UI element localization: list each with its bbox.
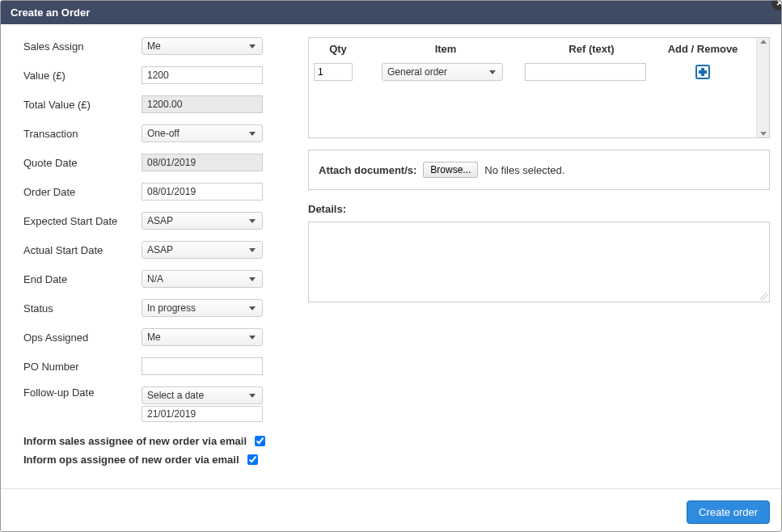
order-date-label: Order Date xyxy=(23,186,142,198)
quote-date-display xyxy=(142,154,263,171)
qty-input[interactable] xyxy=(314,63,353,81)
expected-start-select[interactable]: ASAP xyxy=(142,212,263,230)
dialog-title: Create an Order xyxy=(1,1,781,24)
followup-select[interactable]: Select a date xyxy=(142,386,263,404)
po-number-input[interactable] xyxy=(142,357,263,375)
ops-assigned-select[interactable]: Me xyxy=(142,328,263,346)
transaction-select[interactable]: One-off xyxy=(142,125,263,142)
end-date-select[interactable]: N/A xyxy=(142,270,263,288)
transaction-label: Transaction xyxy=(23,128,142,140)
actual-start-select[interactable]: ASAP xyxy=(142,241,263,259)
browse-button[interactable]: Browse... xyxy=(423,162,478,178)
scroll-up-icon[interactable] xyxy=(760,40,767,44)
item-select[interactable]: General order xyxy=(382,63,503,81)
plus-icon[interactable] xyxy=(695,65,710,79)
inform-sales-checkbox[interactable] xyxy=(255,436,265,446)
resize-handle-icon[interactable] xyxy=(760,293,768,301)
header-qty: Qty xyxy=(314,43,362,55)
grid-scrollbar[interactable] xyxy=(756,38,769,137)
value-label: Value (£) xyxy=(23,70,142,82)
expected-start-label: Expected Start Date xyxy=(23,215,142,227)
status-label: Status xyxy=(23,302,142,315)
sales-assign-label: Sales Assign xyxy=(23,40,142,53)
ref-input[interactable] xyxy=(525,63,646,81)
details-label: Details: xyxy=(308,203,770,215)
quote-date-label: Quote Date xyxy=(23,157,142,169)
right-column: Qty Item Ref (text) Add / Remove General… xyxy=(308,37,770,467)
po-number-label: PO Number xyxy=(23,361,142,373)
followup-label: Follow-up Date xyxy=(23,386,142,399)
create-order-button[interactable]: Create order xyxy=(687,500,770,524)
sales-assign-select[interactable]: Me xyxy=(142,37,263,55)
end-date-label: End Date xyxy=(23,273,142,285)
header-item: Item xyxy=(362,43,529,55)
total-value-display xyxy=(142,95,263,113)
attach-status: No files selected. xyxy=(484,164,564,176)
value-input[interactable] xyxy=(142,66,263,84)
header-ref: Ref (text) xyxy=(529,43,654,55)
left-column: Sales Assign Me Value (£) Total Value (£… xyxy=(23,37,282,467)
inform-ops-checkbox[interactable] xyxy=(247,454,258,465)
followup-date-input[interactable] xyxy=(142,406,263,422)
line-items-grid: Qty Item Ref (text) Add / Remove General… xyxy=(308,37,770,138)
ops-assigned-label: Ops Assigned xyxy=(23,331,142,344)
details-textarea[interactable] xyxy=(308,222,770,302)
table-row: General order xyxy=(314,63,751,81)
order-date-input[interactable] xyxy=(142,183,263,201)
create-order-dialog: × Create an Order Sales Assign Me Value … xyxy=(0,0,782,532)
total-value-label: Total Value (£) xyxy=(23,99,142,111)
attach-section: Attach document/s: Browse... No files se… xyxy=(308,150,770,190)
dialog-footer: Create order xyxy=(1,488,781,524)
scroll-down-icon[interactable] xyxy=(760,132,767,136)
inform-ops-label: Inform ops assignee of new order via ema… xyxy=(23,454,239,466)
header-addrem: Add / Remove xyxy=(654,43,751,55)
actual-start-label: Actual Start Date xyxy=(23,244,142,256)
attach-label: Attach document/s: xyxy=(319,164,416,176)
status-select[interactable]: In progress xyxy=(142,299,263,317)
inform-sales-label: Inform sales assignee of new order via e… xyxy=(23,435,247,447)
